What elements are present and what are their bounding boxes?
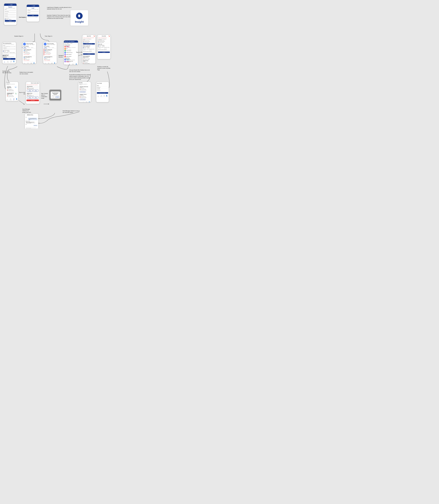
- nav-bids-mbt[interactable]: ⊞Bids: [86, 101, 87, 102]
- nav-bids-profile[interactable]: ⊞Bids: [104, 95, 105, 97]
- cb-lessons-select[interactable]: [98, 48, 100, 49]
- chat-send-button[interactable]: →: [37, 128, 38, 129]
- nav-discover-mbt[interactable]: ◎Discover: [82, 101, 84, 102]
- chat-input[interactable]: Type a message: [25, 127, 36, 129]
- nav-discover-tutor[interactable]: ◎Discover: [48, 63, 50, 64]
- stat-messages: 1 Messages: [32, 44, 35, 45]
- accept-student-bid-btn[interactable]: Accept Student's Bid: [83, 43, 95, 45]
- lessons-input[interactable]: [3, 53, 9, 54]
- subject-select[interactable]: Choose a subject to learn ▼: [3, 46, 15, 47]
- weekly-ob[interactable]: Weekly: [86, 48, 90, 48]
- family-input[interactable]: [5, 12, 16, 13]
- weekly-option[interactable]: Weekly: [6, 51, 10, 51]
- tutor-tab-pending[interactable]: Pending: [47, 47, 51, 48]
- nav-home-tutor[interactable]: ⌂Home: [45, 63, 46, 64]
- open-bid-back[interactable]: ←: [83, 36, 84, 37]
- competency-select[interactable]: Level (1-5) ▼: [3, 48, 15, 50]
- nav-profile-discover[interactable]: 👤Profile: [75, 63, 77, 65]
- lessons-select-ob[interactable]: [83, 50, 85, 51]
- tab-pending[interactable]: Pending: [26, 47, 30, 48]
- hourly-option[interactable]: Hourly: [3, 51, 6, 51]
- modal-no-btn[interactable]: No: [51, 96, 55, 98]
- nav-home-postbid[interactable]: ⌂Home: [4, 61, 5, 63]
- nav-bids-mbs[interactable]: ⊞Bids: [13, 98, 14, 100]
- open-bid-bookmark[interactable]: 🔖: [94, 36, 95, 37]
- nav-bids-postbid[interactable]: ⊞Bids: [11, 61, 12, 63]
- login-password-input[interactable]: [27, 13, 38, 14]
- discover-student-8[interactable]: Q Quantum Computing Adv. 9-10 $5/h: [64, 61, 78, 62]
- post-bid-button[interactable]: Post Bid: [3, 58, 15, 60]
- hours-input[interactable]: [10, 53, 15, 54]
- nav-home-mbt[interactable]: ⌂Home: [79, 101, 81, 102]
- nav-home-discover[interactable]: ⌂Home: [65, 63, 66, 65]
- chat-msg-2: Matthew Khoo Sure, I'll make another bid…: [25, 121, 38, 124]
- nav-profile-tutor[interactable]: 👤Profile: [54, 63, 55, 64]
- discover-student-2[interactable]: A A-H $5/h • 1 hour/lesson: [64, 48, 78, 50]
- filter-skip[interactable]: Skip: [64, 43, 66, 44]
- nav-bids-student[interactable]: ⊞Bids: [31, 63, 32, 64]
- nav-profile-mbt[interactable]: 👤Profile: [88, 101, 90, 102]
- register-link-2[interactable]: Register: [35, 17, 38, 17]
- nav-discover-student[interactable]: ◎Discover: [27, 63, 29, 64]
- discover-student-3[interactable]: AR Ashley Roberts: [64, 50, 78, 51]
- nav-home-student[interactable]: ⌂Home: [24, 63, 25, 64]
- student-radio[interactable]: Student: [5, 19, 8, 20]
- update-profile-btn[interactable]: Update User Details: [97, 92, 108, 94]
- free-classes-input-ob[interactable]: [83, 52, 95, 53]
- tutor-tab-active[interactable]: Active: [44, 47, 47, 48]
- cb-free-classes-input[interactable]: [98, 50, 110, 51]
- send-message-tcb2[interactable]: Send message: [27, 97, 33, 99]
- login-link[interactable]: Login: [13, 22, 15, 23]
- sign-contract-tcb2[interactable]: Sign Contract: [33, 97, 38, 99]
- nav-discover-discover[interactable]: ◎Discover: [68, 63, 70, 65]
- hourly-ob[interactable]: Hourly: [83, 48, 86, 48]
- cb-hours-select[interactable]: [104, 48, 107, 49]
- discover-student-4[interactable]: G Guilherme de Arcia: [64, 52, 78, 53]
- hours-select-ob[interactable]: [89, 50, 92, 51]
- modal-yes-btn[interactable]: Yes: [56, 96, 59, 98]
- student-name-block: Alfons Fernaidy 2 Contracts 2 Bids 1 Mes…: [26, 43, 35, 45]
- nav-discover-postbid[interactable]: ◎Discover: [7, 61, 9, 63]
- nav-discover-profile[interactable]: ◎Discover: [100, 95, 102, 97]
- filter-subjects[interactable]: Subjects ▼: [66, 43, 70, 44]
- tab-expired[interactable]: Expired: [30, 47, 34, 48]
- tab-active[interactable]: Active: [23, 47, 26, 48]
- student-bid-card-2[interactable]: Computer Science (Intermediate) 5 bids $…: [6, 92, 18, 97]
- nav-profile-active[interactable]: 👤Profile: [106, 95, 108, 97]
- username-input[interactable]: [5, 14, 16, 15]
- close-bid-back[interactable]: ←: [98, 36, 99, 37]
- tutor-tab-expired[interactable]: Expired: [51, 47, 55, 48]
- send-bid-btn-cb[interactable]: Send Bid: [98, 51, 110, 53]
- name-input[interactable]: [5, 10, 16, 11]
- discover-student-6[interactable]: JC James Coleman: [64, 56, 78, 57]
- nav-home-profile[interactable]: ⌂Home: [98, 95, 99, 97]
- close-bid-bookmark[interactable]: 🔖: [109, 36, 110, 37]
- login-button[interactable]: Login: [27, 15, 38, 16]
- password-input[interactable]: [5, 16, 16, 18]
- discover-student-7[interactable]: B Beginner 1-5 Beginner $5/h • 1 session…: [64, 59, 78, 60]
- send-bid-btn-ob[interactable]: Send Bid: [83, 53, 95, 55]
- discover-student-5[interactable]: AC Ashley Coleman: [64, 54, 78, 55]
- send-message-tcb1[interactable]: Send message: [27, 90, 33, 92]
- sign-contract-tcb1[interactable]: Sign Contract: [33, 90, 38, 92]
- cancel-bid-btn[interactable]: Cancel Bid: [26, 100, 39, 101]
- chat-back-arrow[interactable]: ←: [25, 114, 27, 115]
- student-bid-card-1[interactable]: Chemistry (Advanced) 2 bids $ $5/h ⏱ 1 F…: [6, 86, 18, 92]
- tutor-radio[interactable]: Tutor: [9, 19, 12, 20]
- nav-bids-discover[interactable]: ⊞Bids: [73, 63, 73, 65]
- nav-home-mbs[interactable]: ⌂Home: [7, 98, 8, 100]
- hourly-cb[interactable]: Hourly: [98, 46, 101, 46]
- send-msg-tutor-bid-1[interactable]: Send message: [80, 91, 86, 92]
- weekly-cb[interactable]: Weekly: [101, 46, 105, 46]
- tcb-back[interactable]: ←: [26, 82, 28, 84]
- nav-bids-tutor[interactable]: ⊞Bids: [51, 63, 52, 64]
- send-msg-tutor-bid-2[interactable]: Send message: [80, 99, 86, 100]
- nav-discover-mbs[interactable]: ◎Discover: [10, 98, 12, 100]
- nav-profile-student[interactable]: 👤Profile: [33, 63, 35, 64]
- filter-level[interactable]: Level ▼: [70, 43, 73, 44]
- discover-student-1[interactable]: N Novice Advanced $5/h • 1 hour/lesson •…: [64, 46, 78, 48]
- nav-profile-postbid[interactable]: 👤Profile: [13, 61, 15, 63]
- nav-profile-mbs[interactable]: 👤Profile: [16, 98, 17, 100]
- login-username-input[interactable]: [27, 11, 38, 12]
- register-button[interactable]: Register: [5, 20, 16, 22]
